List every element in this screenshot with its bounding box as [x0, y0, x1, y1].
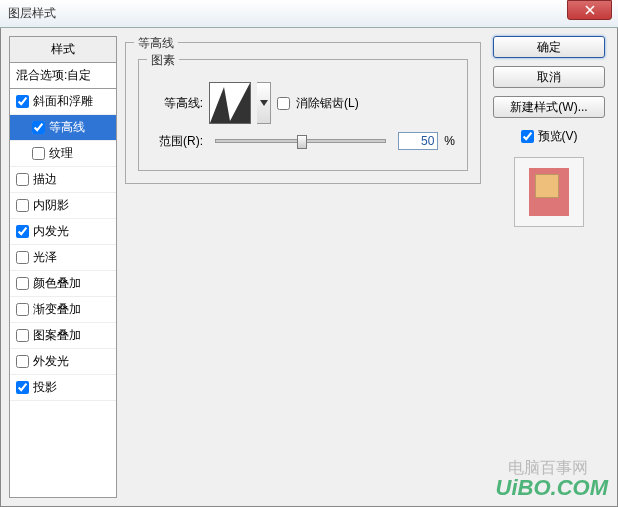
style-item-9[interactable]: 图案叠加: [10, 323, 116, 349]
range-unit: %: [444, 134, 455, 148]
style-checkbox[interactable]: [32, 121, 45, 134]
style-item-label: 斜面和浮雕: [33, 93, 93, 110]
chevron-down-icon: [260, 100, 268, 106]
style-checkbox[interactable]: [16, 199, 29, 212]
close-button[interactable]: [567, 0, 612, 20]
style-item-label: 外发光: [33, 353, 69, 370]
style-item-2[interactable]: 纹理: [10, 141, 116, 167]
style-checkbox[interactable]: [32, 147, 45, 160]
style-item-10[interactable]: 外发光: [10, 349, 116, 375]
elements-group-legend: 图素: [147, 52, 179, 69]
style-checkbox[interactable]: [16, 355, 29, 368]
sidebar-header: 样式: [10, 37, 116, 63]
style-item-label: 等高线: [49, 119, 85, 136]
contour-group-legend: 等高线: [134, 35, 178, 52]
cancel-label: 取消: [537, 69, 561, 86]
style-checkbox[interactable]: [16, 251, 29, 264]
elements-group: 图素 等高线: 消除锯齿(L) 范围(R):: [138, 59, 468, 171]
contour-dropdown[interactable]: [257, 82, 271, 124]
range-row: 范围(R): %: [151, 132, 455, 150]
dialog-body: 样式 混合选项:自定 斜面和浮雕等高线纹理描边内阴影内发光光泽颜色叠加渐变叠加图…: [0, 28, 618, 507]
style-item-label: 内发光: [33, 223, 69, 240]
preview-row: 预览(V): [521, 128, 578, 145]
title-bar: 图层样式: [0, 0, 618, 28]
contour-label: 等高线:: [151, 95, 203, 112]
style-item-label: 颜色叠加: [33, 275, 81, 292]
style-checkbox[interactable]: [16, 173, 29, 186]
contour-row: 等高线: 消除锯齿(L): [151, 82, 455, 124]
styles-sidebar: 样式 混合选项:自定 斜面和浮雕等高线纹理描边内阴影内发光光泽颜色叠加渐变叠加图…: [9, 36, 117, 498]
cancel-button[interactable]: 取消: [493, 66, 605, 88]
blend-options-row[interactable]: 混合选项:自定: [10, 63, 116, 89]
style-checkbox[interactable]: [16, 329, 29, 342]
style-item-5[interactable]: 内发光: [10, 219, 116, 245]
preview-swatch: [529, 168, 569, 216]
contour-picker[interactable]: [209, 82, 251, 124]
style-checkbox[interactable]: [16, 95, 29, 108]
new-style-button[interactable]: 新建样式(W)...: [493, 96, 605, 118]
contour-curve-icon: [210, 83, 250, 123]
preview-thumbnail: [514, 157, 584, 227]
close-icon: [585, 5, 595, 15]
style-item-11[interactable]: 投影: [10, 375, 116, 401]
style-item-label: 图案叠加: [33, 327, 81, 344]
style-item-0[interactable]: 斜面和浮雕: [10, 89, 116, 115]
window-title: 图层样式: [8, 5, 56, 22]
contour-group: 等高线 图素 等高线: 消除锯齿(L): [125, 42, 481, 184]
antialias-checkbox[interactable]: [277, 97, 290, 110]
range-slider[interactable]: [215, 139, 386, 143]
ok-label: 确定: [537, 39, 561, 56]
style-item-label: 内阴影: [33, 197, 69, 214]
style-checkbox[interactable]: [16, 381, 29, 394]
preview-checkbox[interactable]: [521, 130, 534, 143]
style-checkbox[interactable]: [16, 225, 29, 238]
style-item-8[interactable]: 渐变叠加: [10, 297, 116, 323]
blend-options-label: 混合选项:自定: [16, 67, 91, 84]
style-checkbox[interactable]: [16, 277, 29, 290]
style-item-6[interactable]: 光泽: [10, 245, 116, 271]
slider-thumb[interactable]: [297, 135, 307, 149]
style-item-label: 渐变叠加: [33, 301, 81, 318]
right-buttons: 确定 取消 新建样式(W)... 预览(V): [489, 36, 609, 498]
new-style-label: 新建样式(W)...: [510, 99, 587, 116]
preview-label: 预览(V): [538, 128, 578, 145]
style-item-label: 光泽: [33, 249, 57, 266]
style-item-3[interactable]: 描边: [10, 167, 116, 193]
style-item-1[interactable]: 等高线: [10, 115, 116, 141]
style-item-label: 投影: [33, 379, 57, 396]
range-label: 范围(R):: [151, 133, 203, 150]
style-item-label: 纹理: [49, 145, 73, 162]
range-input[interactable]: [398, 132, 438, 150]
style-item-7[interactable]: 颜色叠加: [10, 271, 116, 297]
style-item-4[interactable]: 内阴影: [10, 193, 116, 219]
antialias-label: 消除锯齿(L): [296, 95, 359, 112]
style-checkbox[interactable]: [16, 303, 29, 316]
settings-panel: 等高线 图素 等高线: 消除锯齿(L): [125, 36, 481, 498]
style-item-label: 描边: [33, 171, 57, 188]
ok-button[interactable]: 确定: [493, 36, 605, 58]
